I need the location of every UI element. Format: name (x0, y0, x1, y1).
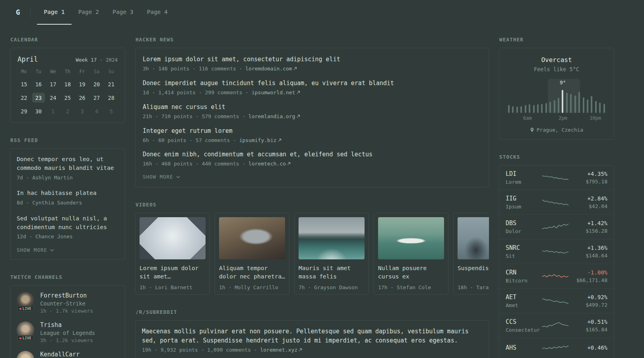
stock-price: $42.04 (587, 203, 607, 209)
twitch-channel[interactable]: LIVE ForrestBurton Counter-Strike 1h · 1… (17, 292, 118, 314)
stock-sparkline (542, 246, 568, 257)
calendar-day-grid: 15 16 17 18 19 20 21 22 23 24 25 26 27 2… (17, 79, 118, 116)
hn-item-source-link[interactable]: loremtech.co (248, 161, 291, 167)
calendar-day: 30 (32, 106, 45, 116)
stock-values: +1.42% $156.28 (586, 220, 607, 234)
hn-item-title[interactable]: Lorem ipsum dolor sit amet, consectetur … (143, 55, 481, 64)
hn-item-stats: 6h · 60 points · 57 comments · (143, 137, 239, 143)
video-meta: 1h · Lori Barnett (140, 284, 206, 290)
location-pin-icon (530, 127, 534, 132)
top-bar: G Page 1 Page 2 Page 3 Page 4 (0, 0, 644, 25)
subreddit-card: Maecenas mollis pulvinar erat non posuer… (135, 320, 489, 358)
show-more-label: SHOW MORE (17, 247, 47, 253)
hn-show-more-button[interactable]: SHOW MORE (143, 174, 180, 180)
tab-page-3[interactable]: Page 3 (106, 0, 140, 25)
hn-item-title[interactable]: Donec imperdiet augue tincidunt felis al… (143, 79, 481, 88)
calendar-week-label: Week 17 (76, 57, 97, 63)
tab-page-1[interactable]: Page 1 (37, 0, 71, 25)
subreddit-source-link[interactable]: loremnet.xyz (260, 347, 302, 353)
twitch-channel[interactable]: KendallCarr (17, 351, 118, 358)
calendar-day: 19 (76, 79, 89, 89)
tab-page-4[interactable]: Page 4 (140, 0, 174, 25)
stock-row[interactable]: AHS +0.46% (499, 338, 614, 358)
calendar-day: 22 (17, 93, 30, 103)
calendar-separator: · (100, 57, 103, 63)
weather-bar (508, 105, 510, 113)
stock-values: +4.35% $795.18 (586, 171, 607, 185)
video-meta: 1h · Molly Carrillo (219, 284, 285, 290)
app-logo[interactable]: G (16, 0, 30, 25)
calendar-widget: CALENDAR April Week 17 · 2024 Mo Tu We T… (10, 37, 125, 123)
weather-bar-chart (508, 89, 605, 113)
stock-row[interactable]: CRN Bitcorn -1.00% $66,171.48 (499, 264, 614, 288)
video-thumbnail (458, 217, 489, 259)
stock-symbol: LDI (506, 170, 542, 177)
stock-sparkline (542, 172, 568, 183)
weather-location-text: Prague, Czechia (537, 127, 583, 133)
hn-item-source-link[interactable]: ipsumify.biz (239, 137, 281, 143)
weather-bar (516, 107, 518, 113)
rss-item-title[interactable]: In hac habitasse platea (17, 189, 118, 198)
live-badge: LIVE (17, 335, 33, 341)
weather-bar (562, 90, 563, 113)
stock-row[interactable]: LDI Lorem +4.35% $795.18 (499, 165, 614, 190)
external-link-icon (297, 115, 300, 118)
rss-widget: RSS FEED Donec tempor eros leo, ut commo… (10, 137, 125, 260)
stock-row[interactable]: IIG Ipsum +2.84% $42.04 (499, 190, 614, 214)
hn-item-meta: 6h · 60 points · 57 comments · ipsumify.… (143, 137, 481, 144)
live-dot-icon (19, 308, 21, 310)
hacker-news-card: Lorem ipsum dolor sit amet, consectetur … (135, 48, 489, 187)
video-card[interactable]: Lorem ipsum dolor sit amet consectetu… 1… (135, 213, 210, 295)
weather-widget-title: WEATHER (499, 37, 614, 43)
stock-row[interactable]: DBS Dolor +1.42% $156.28 (499, 214, 614, 239)
rss-item: In hac habitasse platea 8d · Cynthia Sau… (17, 189, 118, 207)
hn-item-source-link[interactable]: loremdomain.com (245, 66, 297, 72)
tab-page-2[interactable]: Page 2 (72, 0, 106, 25)
hn-item-source-link[interactable]: loremlandia.org (248, 113, 300, 119)
video-card[interactable]: Nullam posuere cursus ex 17h · Stefan Co… (374, 213, 448, 295)
calendar-day-out-of-month: 3 (76, 106, 89, 116)
weather-bar (566, 93, 568, 113)
stock-name: Lorem (506, 179, 542, 185)
hn-item: Donec enim nibh, condimentum et accumsan… (143, 150, 481, 168)
rss-item-title[interactable]: Donec tempor eros leo, ut commodo mauris… (17, 155, 118, 173)
weather-feels-like: Feels like 5°C (506, 66, 607, 72)
stock-name: Ipsum (506, 204, 542, 210)
stock-change: -1.00% (576, 269, 607, 276)
hn-item-stats: 21h · 710 points · 579 comments · (143, 113, 248, 119)
hn-item: Integer eget rutrum lorem 6h · 60 points… (143, 127, 481, 144)
stock-row[interactable]: CCS Consectetur +0.51% $165.84 (499, 313, 614, 338)
stock-row[interactable]: SNRC Sit +1.36% $148.64 (499, 239, 614, 264)
calendar-day-out-of-month: 5 (105, 106, 118, 116)
stock-change: +1.36% (586, 245, 607, 251)
subreddit-widget: /R/SUBREDDIT Maecenas mollis pulvinar er… (135, 309, 489, 358)
subreddit-post-title[interactable]: Maecenas mollis pulvinar erat non posuer… (142, 328, 469, 344)
dashboard: CALENDAR April Week 17 · 2024 Mo Tu We T… (0, 25, 644, 358)
channel-meta: 3h · 1.2k viewers (40, 337, 95, 343)
stock-row[interactable]: AET Amet +0.92% $499.72 (499, 288, 614, 313)
stock-sparkline (542, 271, 568, 282)
hn-item-domain: ipsumworld.net (252, 90, 295, 95)
rss-show-more-button[interactable]: SHOW MORE (17, 247, 54, 253)
stock-name: Amet (506, 302, 542, 308)
video-card[interactable]: Mauris sit amet massa felis 7h · Grayson… (294, 213, 369, 295)
hn-item-title[interactable]: Integer eget rutrum lorem (143, 127, 481, 135)
avatar-wrap (17, 351, 34, 358)
calendar-day: 20 (90, 79, 103, 89)
stock-change: +2.84% (587, 195, 607, 202)
avatar (17, 351, 34, 358)
hn-item-title[interactable]: Donec enim nibh, condimentum et accumsan… (143, 150, 481, 159)
twitch-channel[interactable]: LIVE Trisha League of Legends 3h · 1.2k … (17, 321, 118, 343)
weather-bar (533, 105, 535, 113)
subreddit-post-meta: 19h · 9,932 points · 1,090 comments · lo… (142, 346, 482, 354)
subreddit-post-stats: 19h · 9,932 points · 1,090 comments · (142, 347, 260, 353)
calendar-day-selected: 23 (32, 93, 45, 103)
hn-item-source-link[interactable]: ipsumworld.net (252, 90, 300, 95)
video-card[interactable]: Suspendisse diam 18h · Tara (453, 213, 489, 295)
hn-item-title[interactable]: Aliquam nec cursus elit (143, 103, 481, 111)
rss-item-title[interactable]: Sed volutpat nulla nisl, a condimentum n… (17, 214, 118, 232)
video-row: Lorem ipsum dolor sit amet consectetu… 1… (135, 213, 489, 295)
live-dot-icon (19, 337, 21, 339)
external-link-icon (297, 91, 300, 94)
video-card[interactable]: Aliquam tempor dolor nec pharetra… 1h · … (215, 213, 289, 295)
